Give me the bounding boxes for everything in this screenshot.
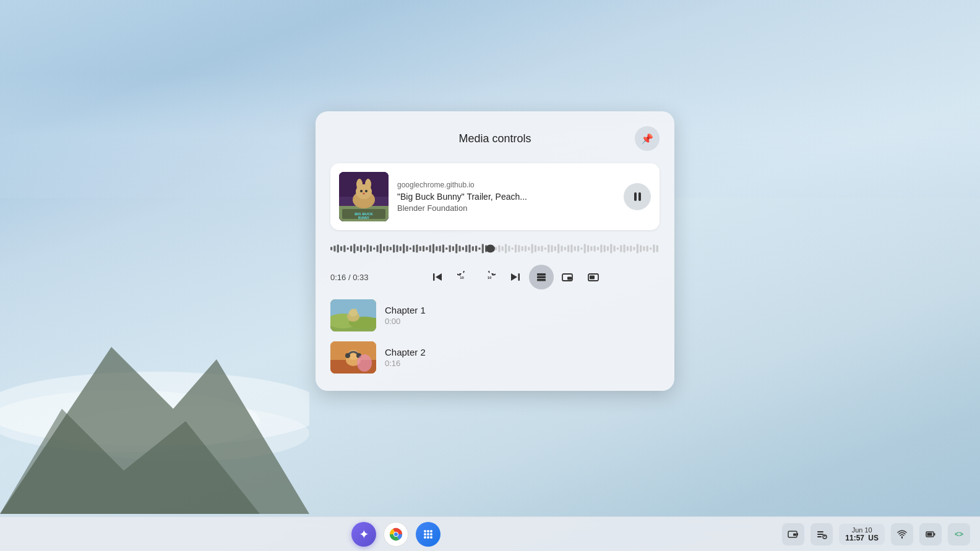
media-controls-sys-button[interactable]	[782, 523, 804, 545]
skip-next-button[interactable]	[503, 265, 528, 289]
svg-rect-64	[482, 244, 484, 254]
media-card: BIG BUCK BUNNY googlechrome.github.io "B…	[330, 163, 660, 230]
svg-rect-103	[610, 244, 612, 254]
pin-icon: 📌	[641, 133, 653, 145]
svg-rect-31	[373, 247, 375, 250]
svg-rect-52	[442, 244, 444, 252]
playback-controls: 10 10	[371, 265, 660, 289]
svg-rect-128	[537, 279, 546, 281]
playlist-button[interactable]	[810, 523, 833, 545]
time-text: 11:57 US	[845, 534, 879, 542]
svg-rect-89	[564, 247, 566, 250]
svg-rect-111	[637, 244, 638, 254]
bbb-poster: BIG BUCK BUNNY	[339, 172, 389, 221]
svg-rect-93	[577, 246, 579, 251]
svg-rect-118	[433, 273, 435, 281]
svg-point-14	[363, 193, 365, 195]
svg-rect-75	[518, 245, 520, 252]
chapters-button[interactable]	[529, 265, 554, 289]
svg-rect-62	[475, 246, 477, 251]
controls-container: 0:16 / 0:33 10	[330, 265, 660, 289]
pause-button[interactable]	[624, 183, 651, 210]
fullscreen-button[interactable]	[581, 265, 606, 289]
pip-button[interactable]	[555, 265, 580, 289]
media-source: googlechrome.github.io	[397, 181, 615, 189]
svg-point-153	[394, 532, 398, 536]
svg-point-162	[430, 536, 432, 539]
wifi-button[interactable]	[891, 523, 913, 545]
svg-rect-101	[604, 245, 606, 252]
chapter-1-thumb-svg	[330, 299, 376, 331]
svg-point-12	[360, 190, 363, 192]
locale-text: US	[868, 534, 879, 542]
media-info: googlechrome.github.io "Big Buck Bunny" …	[397, 181, 615, 213]
svg-rect-23	[347, 247, 349, 250]
waveform-svg[interactable]	[330, 240, 660, 257]
svg-rect-104	[614, 246, 616, 251]
chapter-2-info: Chapter 2 0:16	[385, 347, 660, 368]
svg-rect-61	[472, 246, 474, 250]
svg-point-11	[365, 179, 371, 190]
dev-tools-button[interactable]: <>	[948, 523, 970, 545]
media-sys-icon	[788, 529, 799, 540]
svg-rect-74	[515, 244, 517, 252]
svg-rect-60	[468, 244, 470, 252]
wifi-icon	[897, 529, 907, 539]
playlist-icon	[816, 529, 827, 540]
svg-marker-125	[511, 273, 517, 281]
waveform-container[interactable]	[330, 240, 660, 260]
chrome-button[interactable]	[384, 522, 408, 547]
svg-rect-43	[413, 245, 415, 252]
svg-rect-50	[436, 246, 437, 250]
app-grid-button[interactable]	[416, 522, 441, 547]
svg-rect-77	[525, 246, 527, 251]
svg-text:10: 10	[460, 276, 464, 280]
svg-rect-72	[508, 246, 510, 251]
svg-point-149	[357, 354, 372, 372]
svg-rect-94	[580, 247, 582, 250]
svg-rect-132	[590, 276, 595, 280]
svg-rect-83	[544, 247, 546, 250]
chapter-2-item[interactable]: Chapter 2 0:16	[330, 339, 660, 376]
svg-point-159	[430, 533, 432, 536]
launcher-button[interactable]: ✦	[351, 522, 376, 547]
svg-rect-126	[537, 273, 546, 276]
svg-rect-92	[574, 246, 576, 250]
chapter-1-item[interactable]: Chapter 1 0:00	[330, 297, 660, 334]
pin-button[interactable]: 📌	[635, 126, 660, 151]
svg-rect-81	[538, 246, 539, 250]
forward-10-button[interactable]: 10	[477, 265, 502, 289]
svg-rect-58	[462, 247, 464, 250]
svg-point-160	[424, 536, 426, 539]
svg-rect-63	[478, 247, 480, 250]
fullscreen-icon	[588, 271, 599, 283]
rewind-10-button[interactable]: 10	[451, 265, 476, 289]
media-name: "Big Buck Bunny" Trailer, Peach...	[397, 192, 615, 202]
svg-text:BUNNY: BUNNY	[358, 216, 369, 220]
battery-button[interactable]	[919, 523, 942, 545]
date-time-display[interactable]: Jun 10 11:57 US	[839, 524, 885, 545]
code-icon: <>	[955, 530, 963, 539]
svg-rect-29	[367, 244, 369, 252]
svg-rect-130	[567, 277, 572, 280]
skip-back-icon	[432, 271, 443, 283]
svg-rect-48	[429, 245, 431, 252]
svg-point-161	[427, 536, 429, 539]
svg-rect-105	[617, 247, 619, 250]
chapter-1-name: Chapter 1	[385, 305, 660, 315]
skip-back-button[interactable]	[425, 265, 450, 289]
app-grid-icon	[422, 528, 434, 540]
svg-rect-53	[445, 247, 447, 250]
svg-rect-98	[594, 246, 596, 251]
svg-rect-113	[643, 246, 645, 250]
svg-rect-102	[607, 246, 609, 250]
rewind-10-icon: 10	[457, 271, 470, 283]
svg-rect-34	[383, 246, 385, 250]
svg-rect-109	[630, 246, 632, 251]
svg-rect-73	[512, 247, 514, 250]
svg-rect-54	[449, 245, 451, 252]
svg-rect-108	[627, 246, 629, 250]
svg-rect-42	[410, 247, 411, 250]
svg-rect-117	[656, 245, 658, 252]
chrome-icon	[389, 527, 403, 542]
